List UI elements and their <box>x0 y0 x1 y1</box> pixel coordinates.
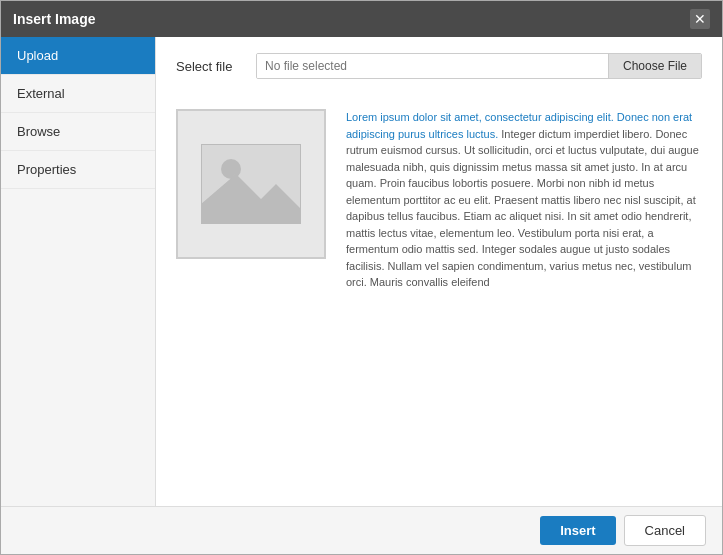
cancel-button[interactable]: Cancel <box>624 515 706 546</box>
dialog-header: Insert Image ✕ <box>1 1 722 37</box>
sidebar-item-external[interactable]: External <box>1 75 155 113</box>
sidebar-item-properties[interactable]: Properties <box>1 151 155 189</box>
preview-area: Lorem ipsum dolor sit amet, consectetur … <box>176 99 702 291</box>
sidebar-item-upload[interactable]: Upload <box>1 37 155 75</box>
image-preview <box>176 109 326 259</box>
file-input-wrapper: Choose File <box>256 53 702 79</box>
insert-image-dialog: Insert Image ✕ Upload External Browse Pr… <box>0 0 723 555</box>
close-button[interactable]: ✕ <box>690 9 710 29</box>
file-label: Select file <box>176 59 246 74</box>
dialog-body: Upload External Browse Properties Select… <box>1 37 722 506</box>
sidebar: Upload External Browse Properties <box>1 37 156 506</box>
lorem-body-text: Integer dictum imperdiet libero. Donec r… <box>346 128 699 289</box>
main-content: Select file Choose File <box>156 37 722 506</box>
choose-file-button[interactable]: Choose File <box>608 54 701 78</box>
insert-button[interactable]: Insert <box>540 516 615 545</box>
sidebar-item-browse[interactable]: Browse <box>1 113 155 151</box>
dialog-title: Insert Image <box>13 11 95 27</box>
lorem-text-block: Lorem ipsum dolor sit amet, consectetur … <box>346 109 702 291</box>
file-row: Select file Choose File <box>176 53 702 79</box>
dialog-footer: Insert Cancel <box>1 506 722 554</box>
placeholder-icon <box>201 144 301 224</box>
content-area: Select file Choose File <box>156 37 722 506</box>
file-input[interactable] <box>257 54 608 78</box>
